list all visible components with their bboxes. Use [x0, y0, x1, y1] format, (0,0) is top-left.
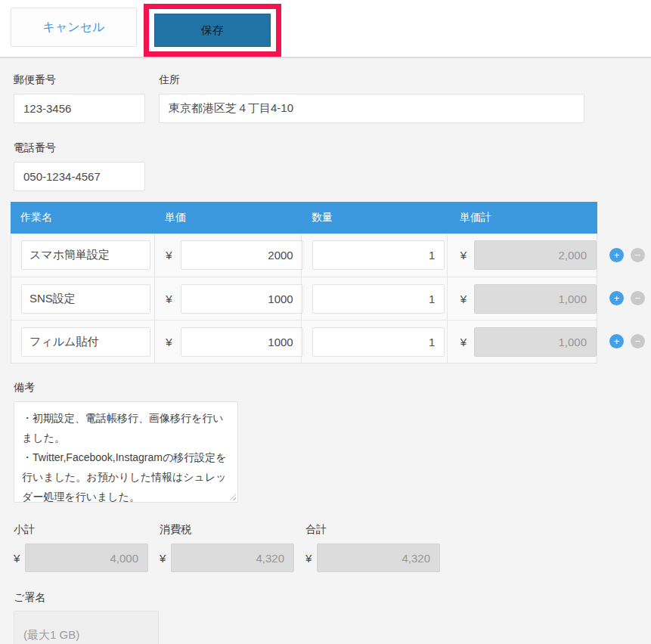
quantity-input[interactable] — [312, 327, 445, 357]
col-header-work-name: 作業名 — [11, 202, 154, 234]
unit-price-cell: ¥ — [154, 234, 301, 277]
yen-symbol: ¥ — [160, 552, 171, 565]
invoice-form: 郵便番号 住所 電話番号 作業名 単価 数量 単価計 — [0, 73, 651, 644]
minus-icon: − — [635, 336, 641, 346]
phone-label: 電話番号 — [14, 141, 651, 155]
quantity-input[interactable] — [312, 240, 445, 270]
unit-price-input[interactable] — [181, 240, 303, 270]
minus-icon: − — [635, 293, 641, 303]
grand-total-field: 合計 ¥ 4,320 — [305, 523, 440, 572]
grand-total-label: 合計 — [305, 523, 440, 537]
unit-price-input[interactable] — [181, 327, 303, 357]
item-row: ¥ ¥ — [11, 320, 597, 363]
line-total-cell: ¥ — [447, 320, 597, 363]
work-name-cell — [11, 277, 154, 320]
address-field: 住所 — [159, 73, 584, 123]
items-section: 作業名 単価 数量 単価計 ¥ — [11, 202, 651, 364]
add-row-button[interactable]: + — [609, 334, 624, 348]
save-button-highlight-annotation: 保存 — [144, 4, 281, 57]
row-actions: + − — [609, 320, 645, 363]
phone-field: 電話番号 — [14, 141, 651, 191]
yen-symbol: ¥ — [166, 249, 172, 262]
work-name-input[interactable] — [21, 240, 150, 270]
signature-pad[interactable]: (最大1 GB) — [14, 611, 159, 644]
col-header-unit-price: 単価 — [154, 202, 301, 234]
remove-row-button[interactable]: − — [631, 248, 645, 262]
yen-symbol: ¥ — [460, 249, 467, 262]
tax-field: 消費税 ¥ 4,320 — [160, 523, 294, 572]
tax-label: 消費税 — [160, 523, 294, 537]
subtotal-output: 4,000 — [25, 543, 148, 572]
quantity-cell — [301, 234, 446, 277]
items-table: 作業名 単価 数量 単価計 ¥ — [11, 202, 597, 364]
item-row: ¥ ¥ — [11, 277, 597, 320]
yen-symbol: ¥ — [14, 552, 25, 565]
items-table-body: ¥ ¥ ¥ — [11, 234, 597, 364]
address-input[interactable] — [159, 94, 584, 123]
line-total-output — [474, 284, 597, 314]
add-row-button[interactable]: + — [609, 248, 624, 262]
col-header-line-total: 単価計 — [447, 202, 597, 234]
unit-price-cell: ¥ — [154, 320, 301, 363]
toolbar: キャンセル 保存 — [0, 0, 651, 58]
remarks-field: ・初期設定、電話帳移行、画像移行を行いました。 ・Twitter,Faceboo… — [14, 401, 238, 503]
add-row-button[interactable]: + — [609, 291, 624, 305]
tax-output: 4,320 — [171, 543, 294, 572]
postal-code-label: 郵便番号 — [14, 73, 145, 87]
cancel-button[interactable]: キャンセル — [11, 8, 137, 47]
yen-symbol: ¥ — [305, 552, 317, 565]
address-label: 住所 — [159, 73, 584, 87]
grand-total-output: 4,320 — [317, 543, 440, 572]
plus-icon: + — [614, 293, 620, 303]
signature-placeholder: (最大1 GB) — [23, 628, 79, 641]
remarks-label: 備考 — [14, 381, 651, 395]
phone-input[interactable] — [14, 162, 145, 191]
row-actions-column: + − + − + − — [609, 202, 645, 364]
col-header-quantity: 数量 — [301, 202, 447, 234]
remove-row-button[interactable]: − — [631, 291, 645, 305]
yen-symbol: ¥ — [166, 293, 172, 305]
yen-symbol: ¥ — [166, 336, 172, 348]
postal-code-field: 郵便番号 — [14, 73, 145, 123]
remarks-textarea[interactable]: ・初期設定、電話帳移行、画像移行を行いました。 ・Twitter,Faceboo… — [14, 401, 238, 503]
line-total-cell: ¥ — [447, 234, 597, 277]
subtotal-label: 小計 — [14, 523, 148, 537]
work-name-cell — [11, 320, 154, 363]
line-total-cell: ¥ — [447, 277, 597, 320]
yen-symbol: ¥ — [460, 293, 467, 305]
minus-icon: − — [635, 250, 641, 260]
work-name-input[interactable] — [21, 327, 150, 357]
remove-row-button[interactable]: − — [631, 334, 645, 348]
address-row: 郵便番号 住所 — [14, 73, 637, 123]
line-total-output — [474, 240, 597, 270]
subtotal-field: 小計 ¥ 4,000 — [14, 523, 148, 572]
unit-price-cell: ¥ — [154, 277, 301, 320]
work-name-input[interactable] — [21, 284, 150, 314]
postal-code-input[interactable] — [14, 94, 145, 123]
save-button[interactable]: 保存 — [154, 14, 271, 47]
quantity-cell — [301, 320, 446, 363]
quantity-input[interactable] — [312, 284, 445, 314]
signature-label: ご署名 — [14, 591, 651, 605]
items-table-header: 作業名 単価 数量 単価計 — [11, 202, 597, 234]
unit-price-input[interactable] — [181, 284, 303, 314]
work-name-cell — [11, 234, 154, 277]
totals-section: 小計 ¥ 4,000 消費税 ¥ 4,320 合計 ¥ 4,320 — [14, 523, 651, 572]
row-actions: + − — [609, 234, 645, 277]
yen-symbol: ¥ — [460, 336, 467, 348]
row-actions: + − — [609, 277, 645, 320]
plus-icon: + — [614, 336, 620, 346]
plus-icon: + — [614, 250, 620, 260]
item-row: ¥ ¥ — [11, 234, 597, 277]
quantity-cell — [301, 277, 446, 320]
line-total-output — [474, 327, 597, 357]
